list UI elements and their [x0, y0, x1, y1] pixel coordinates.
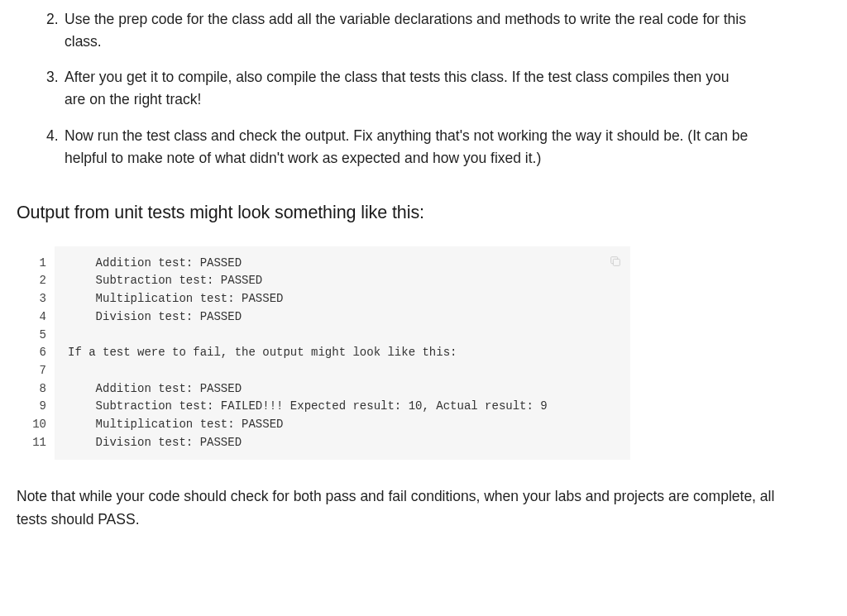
step-number: 2.: [46, 8, 59, 31]
step-number: 4.: [46, 125, 59, 147]
step-text: Now run the test class and check the out…: [65, 127, 748, 166]
instruction-step: 3. After you get it to compile, also com…: [46, 66, 830, 111]
instruction-step: 2. Use the prep code for the class add a…: [46, 8, 830, 53]
instruction-step: 4. Now run the test class and check the …: [46, 125, 830, 170]
step-text: After you get it to compile, also compil…: [65, 69, 729, 107]
section-heading: Output from unit tests might look someth…: [17, 203, 830, 223]
code-line-numbers: 1 2 3 4 5 6 7 8 9 10 11: [26, 246, 55, 461]
step-text: Use the prep code for the class add all …: [65, 11, 746, 50]
note-paragraph: Note that while your code should check f…: [17, 485, 830, 531]
code-block: 1 2 3 4 5 6 7 8 9 10 11 Addition test: P…: [26, 246, 630, 461]
step-number: 3.: [46, 66, 59, 88]
code-content: Addition test: PASSED Subtraction test: …: [55, 246, 630, 461]
instruction-list: 2. Use the prep code for the class add a…: [17, 8, 830, 170]
svg-rect-0: [613, 259, 620, 265]
copy-icon[interactable]: [609, 255, 622, 268]
